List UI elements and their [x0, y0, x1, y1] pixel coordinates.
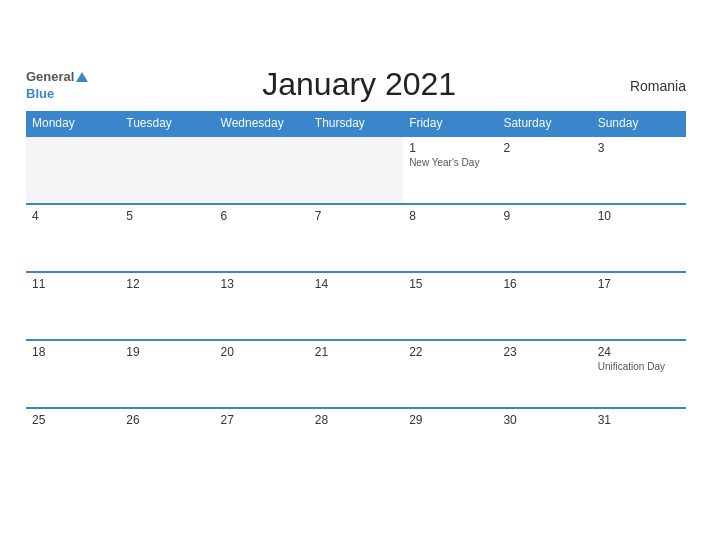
day-number: 22 — [409, 345, 491, 359]
day-number: 18 — [32, 345, 114, 359]
calendar-title: January 2021 — [88, 66, 630, 103]
week-row-4: 25262728293031 — [26, 408, 686, 476]
calendar-cell — [215, 136, 309, 204]
calendar-cell: 17 — [592, 272, 686, 340]
calendar-cell: 2 — [497, 136, 591, 204]
day-number: 26 — [126, 413, 208, 427]
day-number: 6 — [221, 209, 303, 223]
day-number: 1 — [409, 141, 491, 155]
calendar-cell: 28 — [309, 408, 403, 476]
calendar-cell: 3 — [592, 136, 686, 204]
calendar-cell: 25 — [26, 408, 120, 476]
logo-blue-text: Blue — [26, 86, 54, 101]
day-number: 21 — [315, 345, 397, 359]
week-row-1: 45678910 — [26, 204, 686, 272]
calendar-cell: 9 — [497, 204, 591, 272]
logo-triangle-icon — [76, 72, 88, 82]
day-number: 3 — [598, 141, 680, 155]
calendar-cell: 20 — [215, 340, 309, 408]
week-row-0: 1New Year's Day23 — [26, 136, 686, 204]
day-number: 27 — [221, 413, 303, 427]
day-header-thursday: Thursday — [309, 111, 403, 136]
calendar-cell: 13 — [215, 272, 309, 340]
logo-general-text: General — [26, 70, 74, 84]
calendar-cell: 21 — [309, 340, 403, 408]
day-number: 9 — [503, 209, 585, 223]
day-number: 28 — [315, 413, 397, 427]
calendar-cell: 10 — [592, 204, 686, 272]
calendar-cell: 5 — [120, 204, 214, 272]
day-number: 20 — [221, 345, 303, 359]
day-number: 12 — [126, 277, 208, 291]
day-number: 17 — [598, 277, 680, 291]
day-number: 23 — [503, 345, 585, 359]
calendar-cell: 29 — [403, 408, 497, 476]
calendar-cell — [26, 136, 120, 204]
calendar-cell: 15 — [403, 272, 497, 340]
day-header-wednesday: Wednesday — [215, 111, 309, 136]
calendar-cell: 16 — [497, 272, 591, 340]
day-number: 13 — [221, 277, 303, 291]
calendar-tbody: 1New Year's Day2345678910111213141516171… — [26, 136, 686, 476]
day-number: 4 — [32, 209, 114, 223]
day-number: 11 — [32, 277, 114, 291]
calendar-cell — [309, 136, 403, 204]
calendar-container: General Blue January 2021 Romania Monday… — [11, 60, 701, 491]
day-number: 2 — [503, 141, 585, 155]
calendar-cell: 31 — [592, 408, 686, 476]
week-row-3: 18192021222324Unification Day — [26, 340, 686, 408]
day-header-saturday: Saturday — [497, 111, 591, 136]
calendar-cell: 8 — [403, 204, 497, 272]
calendar-cell: 11 — [26, 272, 120, 340]
calendar-cell: 19 — [120, 340, 214, 408]
logo: General Blue — [26, 70, 88, 102]
day-header-row: MondayTuesdayWednesdayThursdayFridaySatu… — [26, 111, 686, 136]
day-number: 10 — [598, 209, 680, 223]
day-number: 15 — [409, 277, 491, 291]
day-number: 30 — [503, 413, 585, 427]
day-number: 29 — [409, 413, 491, 427]
holiday-label: New Year's Day — [409, 157, 491, 168]
day-header-tuesday: Tuesday — [120, 111, 214, 136]
calendar-cell: 22 — [403, 340, 497, 408]
day-header-monday: Monday — [26, 111, 120, 136]
country-label: Romania — [630, 78, 686, 94]
day-number: 5 — [126, 209, 208, 223]
day-header-friday: Friday — [403, 111, 497, 136]
day-number: 7 — [315, 209, 397, 223]
day-number: 25 — [32, 413, 114, 427]
calendar-grid: MondayTuesdayWednesdayThursdayFridaySatu… — [26, 111, 686, 476]
day-number: 16 — [503, 277, 585, 291]
calendar-thead: MondayTuesdayWednesdayThursdayFridaySatu… — [26, 111, 686, 136]
day-number: 14 — [315, 277, 397, 291]
day-number: 19 — [126, 345, 208, 359]
day-number: 24 — [598, 345, 680, 359]
calendar-cell: 18 — [26, 340, 120, 408]
calendar-header: General Blue January 2021 Romania — [26, 70, 686, 103]
holiday-label: Unification Day — [598, 361, 680, 372]
calendar-cell: 14 — [309, 272, 403, 340]
calendar-cell: 6 — [215, 204, 309, 272]
calendar-cell: 24Unification Day — [592, 340, 686, 408]
calendar-cell: 23 — [497, 340, 591, 408]
calendar-cell: 7 — [309, 204, 403, 272]
calendar-cell: 27 — [215, 408, 309, 476]
calendar-cell — [120, 136, 214, 204]
calendar-cell: 26 — [120, 408, 214, 476]
week-row-2: 11121314151617 — [26, 272, 686, 340]
calendar-cell: 1New Year's Day — [403, 136, 497, 204]
day-number: 31 — [598, 413, 680, 427]
day-header-sunday: Sunday — [592, 111, 686, 136]
calendar-cell: 30 — [497, 408, 591, 476]
calendar-cell: 12 — [120, 272, 214, 340]
day-number: 8 — [409, 209, 491, 223]
calendar-cell: 4 — [26, 204, 120, 272]
